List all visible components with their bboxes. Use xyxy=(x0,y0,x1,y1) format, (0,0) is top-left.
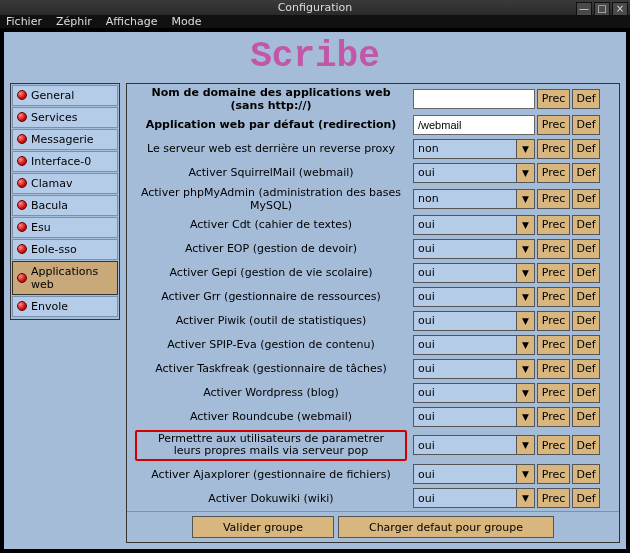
def-button[interactable]: Def xyxy=(572,189,600,209)
menu-file[interactable]: Fichier xyxy=(6,15,42,28)
setting-select[interactable]: oui▼ xyxy=(413,335,535,355)
menu-mode[interactable]: Mode xyxy=(171,15,201,28)
prec-button[interactable]: Prec xyxy=(537,239,570,259)
setting-text-input[interactable] xyxy=(413,89,535,109)
def-button[interactable]: Def xyxy=(572,383,600,403)
def-button[interactable]: Def xyxy=(572,163,600,183)
setting-select[interactable]: non▼ xyxy=(413,139,535,159)
chevron-down-icon[interactable]: ▼ xyxy=(517,287,535,307)
setting-select[interactable]: oui▼ xyxy=(413,311,535,331)
chevron-down-icon[interactable]: ▼ xyxy=(517,189,535,209)
close-button[interactable]: × xyxy=(612,2,628,16)
def-button[interactable]: Def xyxy=(572,311,600,331)
sidebar-item[interactable]: Envole xyxy=(12,296,118,317)
chevron-down-icon[interactable]: ▼ xyxy=(517,383,535,403)
prec-button[interactable]: Prec xyxy=(537,407,570,427)
def-button[interactable]: Def xyxy=(572,407,600,427)
setting-select[interactable]: oui▼ xyxy=(413,407,535,427)
sidebar-item[interactable]: Services xyxy=(12,107,118,128)
prec-button[interactable]: Prec xyxy=(537,163,570,183)
chevron-down-icon[interactable]: ▼ xyxy=(517,488,535,508)
chevron-down-icon[interactable]: ▼ xyxy=(517,215,535,235)
prec-button[interactable]: Prec xyxy=(537,287,570,307)
chevron-down-icon[interactable]: ▼ xyxy=(517,359,535,379)
def-button[interactable]: Def xyxy=(572,139,600,159)
def-button[interactable]: Def xyxy=(572,359,600,379)
sidebar-item-label: Messagerie xyxy=(31,133,94,146)
menu-affichage[interactable]: Affichage xyxy=(106,15,158,28)
setting-select[interactable]: oui▼ xyxy=(413,215,535,235)
sidebar-item[interactable]: Eole-sso xyxy=(12,239,118,260)
select-value: oui xyxy=(413,335,517,355)
prec-button[interactable]: Prec xyxy=(537,464,570,484)
setting-row: Activer SquirrelMail (webmail)oui▼PrecDe… xyxy=(131,162,615,184)
prec-button[interactable]: Prec xyxy=(537,335,570,355)
setting-control: non▼ xyxy=(413,189,535,209)
prec-button[interactable]: Prec xyxy=(537,263,570,283)
setting-select[interactable]: oui▼ xyxy=(413,239,535,259)
setting-row: Activer Piwik (outil de statistiques)oui… xyxy=(131,310,615,332)
def-button[interactable]: Def xyxy=(572,239,600,259)
prec-button[interactable]: Prec xyxy=(537,139,570,159)
chevron-down-icon[interactable]: ▼ xyxy=(517,163,535,183)
setting-select[interactable]: oui▼ xyxy=(413,435,535,455)
chevron-down-icon[interactable]: ▼ xyxy=(517,335,535,355)
setting-select[interactable]: non▼ xyxy=(413,189,535,209)
prec-button[interactable]: Prec xyxy=(537,189,570,209)
setting-select[interactable]: oui▼ xyxy=(413,263,535,283)
def-button[interactable]: Def xyxy=(572,287,600,307)
def-button[interactable]: Def xyxy=(572,464,600,484)
def-button[interactable]: Def xyxy=(572,335,600,355)
setting-label: Activer Grr (gestionnaire de ressources) xyxy=(131,290,411,303)
menubar: Fichier Zéphir Affichage Mode xyxy=(0,15,630,28)
minimize-button[interactable]: — xyxy=(576,2,592,16)
setting-select[interactable]: oui▼ xyxy=(413,359,535,379)
prec-button[interactable]: Prec xyxy=(537,311,570,331)
def-button[interactable]: Def xyxy=(572,215,600,235)
load-default-group-button[interactable]: Charger defaut pour groupe xyxy=(338,516,554,538)
menu-zephir[interactable]: Zéphir xyxy=(56,15,92,28)
sidebar-item[interactable]: General xyxy=(12,85,118,106)
def-button[interactable]: Def xyxy=(572,488,600,508)
prec-button[interactable]: Prec xyxy=(537,383,570,403)
sidebar-item[interactable]: Interface-0 xyxy=(12,151,118,172)
sidebar-item[interactable]: Bacula xyxy=(12,195,118,216)
status-dot-icon xyxy=(17,301,27,311)
chevron-down-icon[interactable]: ▼ xyxy=(517,239,535,259)
chevron-down-icon[interactable]: ▼ xyxy=(517,407,535,427)
sidebar-item[interactable]: Applications web xyxy=(12,261,118,295)
setting-text-input[interactable] xyxy=(413,115,535,135)
prec-button[interactable]: Prec xyxy=(537,115,570,135)
setting-select[interactable]: oui▼ xyxy=(413,163,535,183)
sidebar-item[interactable]: Messagerie xyxy=(12,129,118,150)
chevron-down-icon[interactable]: ▼ xyxy=(517,435,535,455)
settings-panel: Nom de domaine des applications web (san… xyxy=(126,83,620,543)
app-title: Scribe xyxy=(4,32,626,83)
maximize-button[interactable]: □ xyxy=(594,2,610,16)
def-button[interactable]: Def xyxy=(572,89,600,109)
prec-button[interactable]: Prec xyxy=(537,215,570,235)
chevron-down-icon[interactable]: ▼ xyxy=(517,464,535,484)
validate-group-button[interactable]: Valider groupe xyxy=(192,516,334,538)
setting-select[interactable]: oui▼ xyxy=(413,383,535,403)
def-button[interactable]: Def xyxy=(572,263,600,283)
setting-label: Activer EOP (gestion de devoir) xyxy=(131,242,411,255)
sidebar-item-label: Clamav xyxy=(31,177,72,190)
window-controls: — □ × xyxy=(576,2,628,16)
prec-button[interactable]: Prec xyxy=(537,359,570,379)
chevron-down-icon[interactable]: ▼ xyxy=(517,139,535,159)
def-button[interactable]: Def xyxy=(572,435,600,455)
setting-select[interactable]: oui▼ xyxy=(413,464,535,484)
prec-button[interactable]: Prec xyxy=(537,488,570,508)
setting-select[interactable]: oui▼ xyxy=(413,287,535,307)
prec-button[interactable]: Prec xyxy=(537,435,570,455)
chevron-down-icon[interactable]: ▼ xyxy=(517,311,535,331)
def-button[interactable]: Def xyxy=(572,115,600,135)
sidebar-item[interactable]: Clamav xyxy=(12,173,118,194)
select-value: non xyxy=(413,189,517,209)
setting-select[interactable]: oui▼ xyxy=(413,488,535,508)
prec-button[interactable]: Prec xyxy=(537,89,570,109)
sidebar-item[interactable]: Esu xyxy=(12,217,118,238)
setting-control: oui▼ xyxy=(413,383,535,403)
chevron-down-icon[interactable]: ▼ xyxy=(517,263,535,283)
